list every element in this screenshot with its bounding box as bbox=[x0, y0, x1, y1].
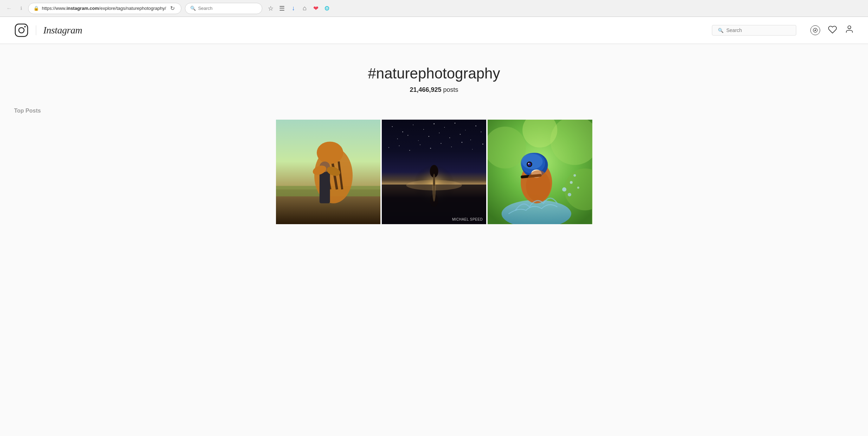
svg-point-40 bbox=[409, 150, 410, 151]
browser-toolbar-icons: ☆ ☰ ↓ ⌂ ❤ ⚙ bbox=[266, 4, 332, 13]
svg-point-28 bbox=[475, 126, 476, 126]
reload-button[interactable]: ↻ bbox=[169, 4, 176, 13]
svg-point-62 bbox=[570, 181, 573, 184]
home-icon[interactable]: ⌂ bbox=[300, 4, 309, 13]
svg-point-38 bbox=[388, 147, 389, 148]
svg-point-1 bbox=[19, 27, 24, 33]
svg-point-35 bbox=[460, 134, 461, 134]
info-button[interactable]: ℹ bbox=[16, 4, 26, 13]
lock-icon: 🔒 bbox=[33, 6, 39, 11]
svg-point-63 bbox=[568, 193, 571, 196]
instagram-logo-icon bbox=[14, 23, 29, 38]
post-count: 21,466,925 posts bbox=[7, 86, 861, 94]
extensions-icon[interactable]: ⚙ bbox=[322, 4, 332, 13]
hashtag-title: #naturephotography bbox=[7, 65, 861, 82]
ig-search-bar[interactable]: 🔍 bbox=[712, 25, 796, 36]
top-posts-grid: MICHAEL SPEED bbox=[262, 120, 606, 224]
svg-point-43 bbox=[441, 143, 441, 144]
svg-point-64 bbox=[577, 187, 579, 189]
svg-point-2 bbox=[24, 26, 26, 27]
svg-point-47 bbox=[482, 144, 483, 144]
post-thumb-tiger[interactable] bbox=[276, 120, 380, 224]
ig-search-icon: 🔍 bbox=[718, 28, 724, 33]
main-content: #naturephotography 21,466,925 posts Top … bbox=[0, 44, 868, 436]
svg-point-27 bbox=[465, 130, 466, 131]
svg-point-61 bbox=[562, 187, 566, 191]
svg-point-33 bbox=[439, 133, 439, 133]
back-button[interactable]: ← bbox=[4, 4, 14, 13]
hashtag-header: #naturephotography 21,466,925 posts bbox=[0, 44, 868, 108]
browser-nav-buttons: ← ℹ 🔒 https://www.instagram.com/explore/… bbox=[4, 3, 181, 14]
svg-point-29 bbox=[397, 139, 398, 139]
logo-divider bbox=[36, 25, 36, 35]
svg-point-65 bbox=[573, 174, 576, 177]
instagram-header: Instagram 🔍 bbox=[0, 17, 868, 44]
night-photo-svg bbox=[382, 120, 486, 224]
svg-point-34 bbox=[449, 138, 450, 138]
svg-point-74 bbox=[528, 163, 529, 164]
svg-point-22 bbox=[413, 125, 413, 125]
svg-marker-4 bbox=[815, 30, 816, 31]
svg-point-46 bbox=[472, 149, 473, 150]
browser-search-icon: 🔍 bbox=[190, 6, 196, 11]
svg-point-32 bbox=[429, 136, 429, 137]
ig-nav-icons bbox=[810, 25, 854, 36]
svg-point-75 bbox=[526, 170, 550, 202]
svg-point-24 bbox=[433, 124, 435, 125]
browser-chrome: ← ℹ 🔒 https://www.instagram.com/explore/… bbox=[0, 0, 868, 17]
svg-rect-0 bbox=[15, 24, 27, 36]
section-label: Top Posts bbox=[0, 108, 868, 114]
svg-point-44 bbox=[451, 146, 452, 147]
svg-point-23 bbox=[423, 129, 424, 130]
svg-point-36 bbox=[470, 140, 471, 140]
svg-point-26 bbox=[455, 123, 455, 124]
svg-point-39 bbox=[399, 145, 399, 146]
post-count-suffix: posts bbox=[442, 86, 458, 93]
svg-point-42 bbox=[430, 148, 431, 149]
bookmark-icon[interactable]: ☆ bbox=[266, 4, 276, 13]
svg-point-31 bbox=[418, 140, 419, 141]
url-normal: https://www. bbox=[42, 6, 66, 11]
url-bold: instagram.com bbox=[66, 6, 99, 11]
svg-point-21 bbox=[402, 131, 403, 132]
post-thumb-kingfisher[interactable] bbox=[488, 120, 592, 224]
pocket-icon[interactable]: ❤ bbox=[311, 4, 321, 13]
download-icon[interactable]: ↓ bbox=[288, 4, 298, 13]
address-bar: 🔒 https://www.instagram.com/explore/tags… bbox=[28, 3, 181, 14]
browser-search-bar[interactable]: 🔍 bbox=[185, 3, 262, 14]
svg-point-54 bbox=[432, 174, 436, 202]
svg-point-45 bbox=[462, 142, 462, 143]
ig-search-input[interactable] bbox=[726, 27, 790, 33]
svg-point-73 bbox=[528, 163, 531, 166]
post-thumb-night[interactable]: MICHAEL SPEED bbox=[382, 120, 486, 224]
photo-credit: MICHAEL SPEED bbox=[452, 217, 483, 221]
svg-point-30 bbox=[407, 135, 408, 136]
reader-mode-icon[interactable]: ☰ bbox=[277, 4, 287, 13]
explore-icon[interactable] bbox=[810, 25, 820, 35]
svg-rect-14 bbox=[319, 172, 330, 203]
browser-search-input[interactable] bbox=[198, 6, 257, 11]
logo-area: Instagram bbox=[14, 23, 712, 38]
url-rest: /explore/tags/naturephotography/ bbox=[99, 6, 166, 11]
svg-point-41 bbox=[420, 145, 420, 145]
svg-point-25 bbox=[444, 127, 445, 128]
profile-icon[interactable] bbox=[845, 25, 854, 36]
svg-point-13 bbox=[316, 141, 343, 164]
heart-icon[interactable] bbox=[828, 25, 837, 36]
post-count-number: 21,466,925 bbox=[410, 86, 441, 93]
svg-point-37 bbox=[481, 132, 481, 132]
svg-point-69 bbox=[522, 154, 542, 169]
svg-point-5 bbox=[848, 26, 851, 29]
svg-point-20 bbox=[392, 126, 393, 127]
kingfisher-photo-svg bbox=[488, 120, 592, 224]
tiger-photo-svg bbox=[276, 120, 380, 224]
instagram-wordmark: Instagram bbox=[43, 25, 82, 36]
address-bar-url[interactable]: https://www.instagram.com/explore/tags/n… bbox=[42, 6, 166, 11]
